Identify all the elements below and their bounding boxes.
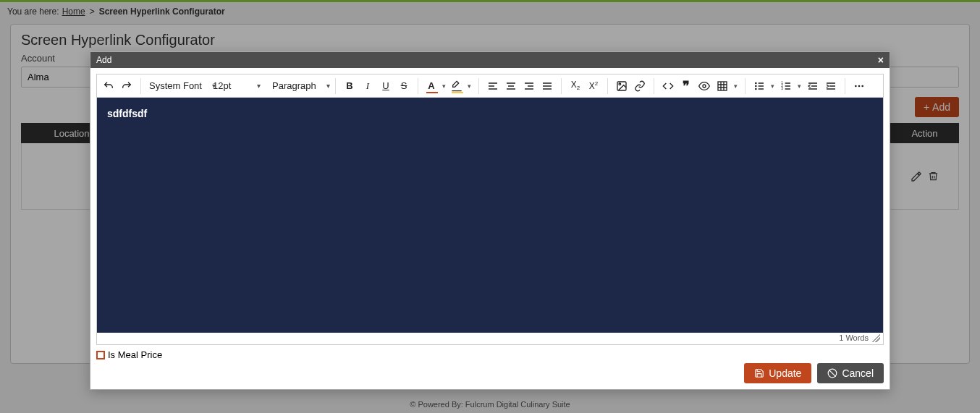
editor-text: sdfdfsdf — [107, 108, 147, 119]
cancel-button[interactable]: Cancel — [817, 363, 884, 383]
svg-point-4 — [756, 82, 756, 83]
strikethrough-icon[interactable]: S — [395, 77, 413, 95]
align-left-icon[interactable] — [484, 77, 502, 95]
is-meal-price-label: Is Meal Price — [108, 349, 162, 360]
is-meal-price-checkbox[interactable] — [96, 351, 105, 359]
redo-icon[interactable] — [118, 77, 135, 95]
svg-point-5 — [756, 85, 756, 86]
modal-header: Add × — [90, 52, 890, 68]
font-size-select[interactable]: 12pt▾ — [207, 80, 266, 91]
chevron-down-icon[interactable]: ▾ — [768, 77, 777, 95]
modal-body: System Font▾ 12pt▾ Paragraph▾ B I U S — [90, 68, 890, 389]
chevron-down-icon[interactable]: ▾ — [795, 77, 803, 95]
modal-footer: Update Cancel — [96, 360, 884, 383]
font-size-value: 12pt — [213, 80, 231, 91]
add-modal: Add × System Font▾ 12pt▾ Paragraph▾ — [90, 51, 890, 390]
chevron-down-icon[interactable]: ▾ — [439, 77, 448, 95]
svg-point-12 — [861, 85, 863, 87]
more-icon[interactable] — [850, 77, 868, 95]
blockquote-icon[interactable]: ❞ — [677, 77, 695, 95]
preview-icon[interactable] — [696, 77, 713, 95]
numbered-list-button[interactable]: 123 ▾ — [777, 77, 803, 95]
font-family-value: System Font — [149, 80, 202, 91]
bullet-list-button[interactable]: ▾ — [751, 77, 777, 95]
svg-point-10 — [855, 85, 857, 87]
table-icon — [714, 77, 731, 95]
chevron-down-icon: ▾ — [326, 82, 330, 90]
font-family-select[interactable]: System Font▾ — [143, 80, 207, 91]
outdent-icon[interactable] — [804, 77, 821, 95]
text-color-button[interactable]: A ▾ — [423, 77, 448, 95]
svg-point-6 — [756, 88, 756, 89]
table-button[interactable]: ▾ — [714, 77, 740, 95]
block-format-select[interactable]: Paragraph▾ — [266, 80, 333, 91]
undo-icon[interactable] — [100, 77, 117, 95]
update-label: Update — [769, 367, 801, 379]
align-right-icon[interactable] — [520, 77, 538, 95]
link-icon[interactable] — [631, 77, 649, 95]
superscript-icon[interactable]: X2 — [585, 77, 602, 95]
svg-point-2 — [703, 85, 706, 88]
align-justify-icon[interactable] — [538, 77, 556, 95]
subscript-icon[interactable]: X2 — [567, 77, 584, 95]
italic-icon[interactable]: I — [359, 77, 376, 95]
cancel-label: Cancel — [842, 367, 874, 379]
indent-icon[interactable] — [822, 77, 840, 95]
save-icon — [754, 368, 764, 378]
update-button[interactable]: Update — [744, 363, 811, 383]
word-count: 1 Words — [839, 333, 869, 342]
resize-handle[interactable] — [871, 333, 880, 342]
highlight-color-button[interactable]: ▾ — [449, 77, 473, 95]
bold-icon[interactable]: B — [341, 77, 358, 95]
chevron-down-icon: ▾ — [257, 82, 261, 90]
svg-point-11 — [858, 85, 861, 87]
code-icon[interactable] — [659, 77, 677, 95]
underline-icon[interactable]: U — [377, 77, 394, 95]
chevron-down-icon[interactable]: ▾ — [731, 77, 740, 95]
bullet-list-icon — [751, 77, 768, 95]
numbered-list-icon: 123 — [777, 77, 795, 95]
image-icon[interactable] — [613, 77, 630, 95]
chevron-down-icon[interactable]: ▾ — [465, 77, 473, 95]
editor-toolbar: System Font▾ 12pt▾ Paragraph▾ B I U S — [97, 74, 883, 98]
cancel-icon — [827, 368, 837, 378]
block-format-value: Paragraph — [272, 80, 316, 91]
svg-text:3: 3 — [781, 87, 783, 90]
editor-content[interactable]: sdfdfsdf — [97, 98, 883, 333]
close-icon[interactable]: × — [878, 54, 884, 66]
modal-title: Add — [96, 55, 111, 65]
svg-rect-3 — [718, 82, 727, 90]
is-meal-price-row: Is Meal Price — [96, 349, 884, 360]
svg-point-1 — [619, 83, 621, 85]
editor-statusbar: 1 Words — [97, 333, 883, 344]
editor-container: System Font▾ 12pt▾ Paragraph▾ B I U S — [96, 74, 884, 345]
align-center-icon[interactable] — [502, 77, 520, 95]
